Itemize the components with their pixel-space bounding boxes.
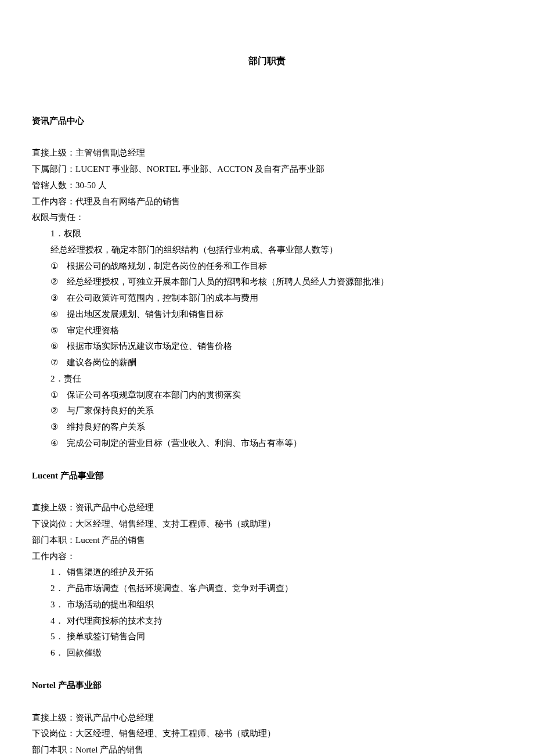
section-heading-2: Nortel 产品事业部 [32, 678, 502, 694]
field-line: 直接上级：资讯产品中心总经理 [32, 500, 502, 516]
num-marker: ⑥ [50, 339, 67, 355]
authority-item: ③在公司政策许可范围内，控制本部门的成本与费用 [32, 290, 502, 307]
num-marker: 6． [50, 645, 67, 661]
num-marker: ① [50, 387, 67, 404]
num-marker: 5． [50, 629, 67, 645]
item-text: 对代理商投标的技术支持 [67, 616, 163, 625]
section-heading-0: 资讯产品中心 [32, 113, 502, 129]
work-item: 6．回款催缴 [32, 645, 502, 661]
num-marker: ② [50, 274, 67, 290]
authority-item: ⑦建议各岗位的薪酬 [32, 355, 502, 371]
work-item: 4．对代理商投标的技术支持 [32, 613, 502, 629]
num-marker: ④ [50, 435, 67, 452]
item-text: 产品市场调查（包括环境调查、客户调查、竞争对手调查） [67, 584, 293, 593]
item-text: 在公司政策许可范围内，控制本部门的成本与费用 [67, 293, 258, 303]
item-text: 提出地区发展规划、销售计划和销售目标 [67, 309, 223, 319]
authority-label: 1．权限 [32, 226, 502, 242]
item-text: 销售渠道的维护及开拓 [67, 567, 154, 577]
num-marker: ③ [50, 290, 67, 307]
num-marker: ④ [50, 307, 67, 323]
work-item: 1．销售渠道的维护及开拓 [32, 564, 502, 581]
item-text: 维持良好的客户关系 [67, 422, 145, 431]
item-text: 建议各岗位的薪酬 [67, 358, 136, 367]
item-text: 经总经理授权，可独立开展本部门人员的招聘和考核（所聘人员经人力资源部批准） [67, 277, 389, 286]
item-text: 回款催缴 [67, 648, 102, 657]
responsibility-item: ②与厂家保持良好的关系 [32, 403, 502, 419]
field-line: 下设岗位：大区经理、销售经理、支持工程师、秘书（或助理） [32, 516, 502, 532]
work-item: 5．接单或签订销售合同 [32, 629, 502, 645]
authority-item: ⑤审定代理资格 [32, 323, 502, 339]
document-title: 部门职责 [32, 52, 502, 70]
field-line: 下属部门：LUCENT 事业部、NORTEL 事业部、ACCTON 及自有产品事… [32, 161, 502, 178]
field-line: 工作内容：代理及自有网络产品的销售 [32, 194, 502, 210]
num-marker: ③ [50, 419, 67, 435]
item-text: 市场活动的提出和组织 [67, 600, 154, 609]
field-line: 权限与责任： [32, 210, 502, 226]
section-heading-1: Lucent 产品事业部 [32, 468, 502, 484]
num-marker: 1． [50, 564, 67, 581]
authority-item: ①根据公司的战略规划，制定各岗位的任务和工作目标 [32, 258, 502, 275]
num-marker: 4． [50, 613, 67, 629]
authority-intro: 经总经理授权，确定本部门的组织结构（包括行业构成、各事业部人数等） [32, 242, 502, 258]
responsibility-item: ①保证公司各项规章制度在本部门内的贯彻落实 [32, 387, 502, 404]
responsibility-label: 2．责任 [32, 371, 502, 387]
num-marker: ① [50, 258, 67, 275]
item-text: 根据公司的战略规划，制定各岗位的任务和工作目标 [67, 261, 267, 271]
authority-item: ⑥根据市场实际情况建议市场定位、销售价格 [32, 339, 502, 355]
work-item: 2．产品市场调查（包括环境调查、客户调查、竞争对手调查） [32, 581, 502, 597]
item-text: 保证公司各项规章制度在本部门内的贯彻落实 [67, 390, 241, 399]
item-text: 完成公司制定的营业目标（营业收入、利润、市场占有率等） [67, 438, 302, 448]
item-text: 审定代理资格 [67, 326, 119, 335]
authority-item: ②经总经理授权，可独立开展本部门人员的招聘和考核（所聘人员经人力资源部批准） [32, 274, 502, 290]
field-line: 直接上级：资讯产品中心总经理 [32, 710, 502, 726]
num-marker: ⑦ [50, 355, 67, 371]
num-marker: ② [50, 403, 67, 419]
work-item: 3．市场活动的提出和组织 [32, 597, 502, 613]
item-text: 接单或签订销售合同 [67, 632, 145, 641]
field-line: 工作内容： [32, 549, 502, 565]
field-line: 直接上级：主管销售副总经理 [32, 145, 502, 161]
num-marker: 3． [50, 597, 67, 613]
item-text: 与厂家保持良好的关系 [67, 406, 154, 415]
responsibility-item: ③维持良好的客户关系 [32, 419, 502, 435]
num-marker: ⑤ [50, 323, 67, 339]
responsibility-item: ④完成公司制定的营业目标（营业收入、利润、市场占有率等） [32, 435, 502, 452]
field-line: 部门本职：Lucent 产品的销售 [32, 532, 502, 549]
item-text: 根据市场实际情况建议市场定位、销售价格 [67, 341, 232, 351]
authority-item: ④提出地区发展规划、销售计划和销售目标 [32, 307, 502, 323]
field-line: 管辖人数：30-50 人 [32, 178, 502, 194]
num-marker: 2． [50, 581, 67, 597]
field-line: 下设岗位：大区经理、销售经理、支持工程师、秘书（或助理） [32, 726, 502, 742]
field-line: 部门本职：Nortel 产品的销售 [32, 742, 502, 756]
